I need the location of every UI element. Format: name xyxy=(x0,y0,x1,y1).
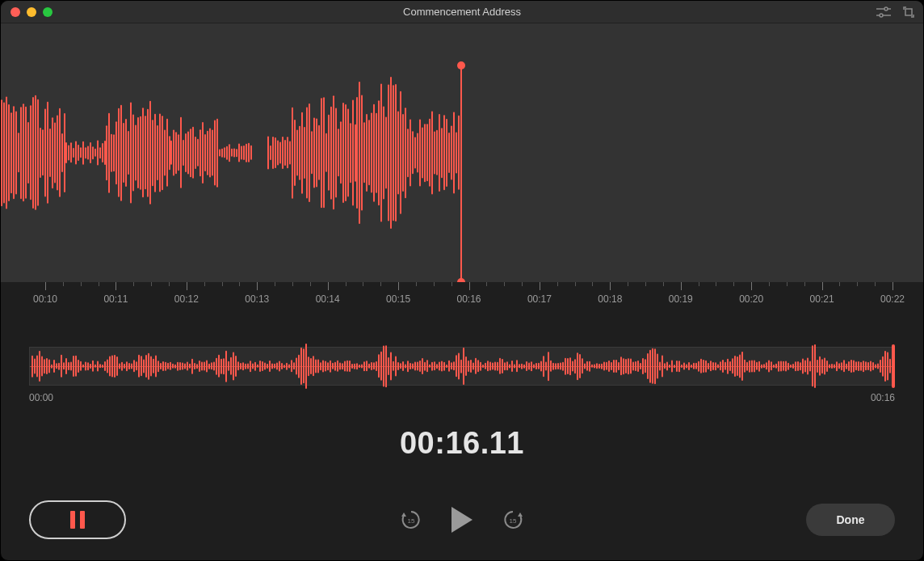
overview-bar xyxy=(579,354,581,378)
skip-back-15-icon[interactable]: 15 xyxy=(400,508,422,531)
overview-bar xyxy=(821,359,823,373)
overview-bar xyxy=(858,361,859,371)
overview-bar xyxy=(836,361,838,371)
overview-bar xyxy=(712,362,714,370)
waveform-bar xyxy=(92,146,94,159)
settings-sliders-icon[interactable] xyxy=(876,6,891,18)
overview-bar xyxy=(451,362,452,369)
overview-bar xyxy=(385,345,387,387)
overview-bar xyxy=(276,362,278,369)
play-icon xyxy=(452,507,472,533)
waveform-bar xyxy=(361,95,363,211)
overview-bar xyxy=(102,365,103,368)
waveform-bar xyxy=(376,113,377,193)
overview-bar xyxy=(417,361,418,370)
overview-bar xyxy=(853,360,855,372)
waveform-bar xyxy=(30,105,32,200)
overview-bar xyxy=(126,361,128,371)
overview-bar xyxy=(390,352,392,380)
overview-bar xyxy=(410,363,411,369)
overview-bar xyxy=(291,360,292,372)
overview-bar xyxy=(216,358,217,375)
overview-bar xyxy=(795,361,796,371)
ruler-tick-minor xyxy=(204,282,205,286)
overview-bar xyxy=(124,364,125,369)
overview-bar xyxy=(179,362,181,370)
overview-bar xyxy=(560,362,561,369)
overview-bar xyxy=(788,363,789,370)
waveform-bar xyxy=(166,119,168,187)
overview-bar xyxy=(174,365,176,369)
overview-bar xyxy=(768,361,770,373)
overview-bar xyxy=(848,361,850,371)
waveform-bar xyxy=(6,97,7,209)
overview-bar xyxy=(167,363,169,369)
overview-bar xyxy=(448,361,450,372)
playhead-handle-top[interactable] xyxy=(457,61,465,70)
ruler-tick-minor xyxy=(63,282,64,286)
overview-bar xyxy=(865,361,867,370)
overview-bar xyxy=(402,361,404,371)
waveform-bar xyxy=(340,121,342,183)
pause-record-button[interactable] xyxy=(29,500,126,539)
overview-bar xyxy=(863,361,864,372)
overview-bar xyxy=(683,363,685,370)
ruler-tick-major xyxy=(469,282,470,290)
waveform-bar xyxy=(390,77,392,229)
overview-bar xyxy=(804,360,806,372)
done-button[interactable]: Done xyxy=(806,504,895,536)
ruler-tick-minor xyxy=(592,282,593,286)
waveform-bar xyxy=(94,149,96,157)
overview-bar xyxy=(548,352,549,381)
time-ruler[interactable]: 00:1000:1100:1200:1300:1400:1500:1600:17… xyxy=(1,282,923,314)
overview-bar xyxy=(620,356,622,375)
overview-bar xyxy=(443,362,445,371)
ruler-tick-major xyxy=(892,282,893,290)
overview-bar xyxy=(153,359,154,373)
overview-bar xyxy=(477,360,479,372)
trim-icon[interactable] xyxy=(902,6,915,19)
waveform-bar xyxy=(328,115,330,191)
ruler-tick-minor xyxy=(81,282,82,286)
overview-bar xyxy=(99,364,101,368)
ruler-label: 00:16 xyxy=(456,293,481,305)
overview-bar xyxy=(189,364,191,369)
minimize-window-button[interactable] xyxy=(27,7,36,17)
overview-bar xyxy=(191,359,193,374)
overview-bar xyxy=(194,363,195,369)
svg-text:15: 15 xyxy=(408,517,415,525)
waveform-bar xyxy=(75,141,77,164)
waveform-bar xyxy=(185,133,187,172)
skip-forward-15-icon[interactable]: 15 xyxy=(502,508,524,531)
overview-bar xyxy=(715,362,716,370)
waveform-bar xyxy=(40,128,41,178)
waveform-bar xyxy=(236,149,237,157)
waveform-bar xyxy=(197,139,199,167)
overview-bar xyxy=(746,362,748,371)
waveform-main[interactable] xyxy=(1,23,923,282)
overview-playhead[interactable] xyxy=(892,344,895,388)
elapsed-time-display: 00:16.11 xyxy=(1,426,923,461)
play-button[interactable] xyxy=(452,507,472,533)
overview-bar xyxy=(744,360,746,373)
overview-bar xyxy=(640,363,641,369)
waveform-bar xyxy=(233,149,235,158)
waveform-bar xyxy=(90,142,91,163)
waveform-bar xyxy=(313,118,315,188)
close-window-button[interactable] xyxy=(10,7,20,17)
overview-bar xyxy=(814,344,816,388)
overview-bar xyxy=(671,360,673,372)
maximize-window-button[interactable] xyxy=(43,7,52,17)
overview-bar xyxy=(543,356,544,377)
overview-bar xyxy=(887,352,888,381)
window-controls xyxy=(10,7,52,17)
waveform-bar xyxy=(316,119,317,188)
overview-bar xyxy=(538,363,540,369)
overview-bar xyxy=(688,362,690,370)
waveform-bar xyxy=(212,129,213,175)
waveform-bar xyxy=(446,119,447,187)
waveform-overview[interactable] xyxy=(29,347,895,386)
overview-bar xyxy=(824,358,825,375)
waveform-bar xyxy=(18,133,19,172)
overview-bar xyxy=(349,361,351,372)
